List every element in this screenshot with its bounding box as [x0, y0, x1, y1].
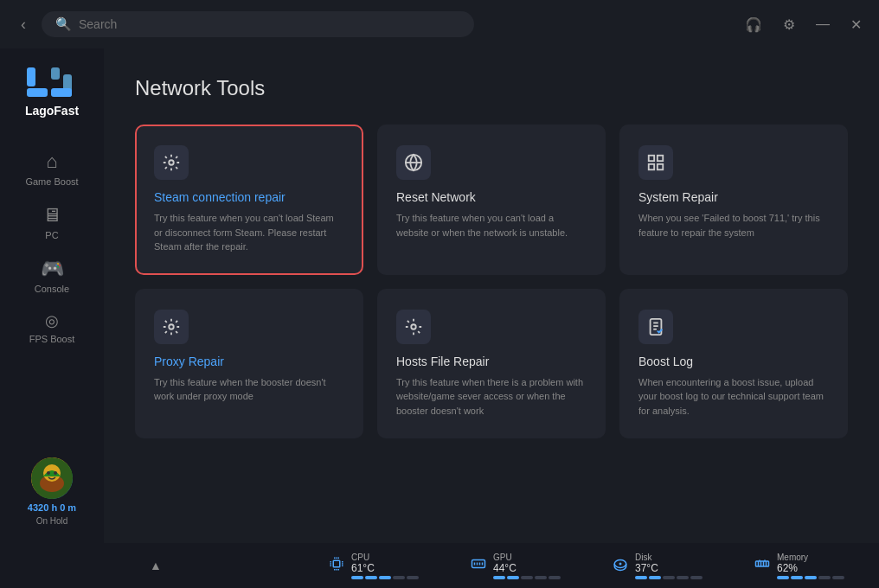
svg-point-9 [54, 471, 57, 475]
tool-card-proxy-repair[interactable]: Proxy Repair Try this feature when the b… [135, 289, 363, 439]
logo-text: LagoFast [25, 104, 79, 118]
titlebar: ‹ 🔍 🎧 ⚙ — ✕ [0, 0, 879, 48]
tool-card-desc: When encountering a boost issue, upload … [638, 375, 829, 419]
tool-card-title: Hosts File Repair [396, 355, 587, 368]
stat-memory: Memory 62% [754, 553, 844, 579]
game-boost-icon: ⌂ [46, 150, 57, 173]
search-icon: 🔍 [55, 16, 72, 32]
tool-card-title: Boost Log [638, 355, 829, 368]
page-title: Network Tools [135, 76, 848, 100]
tool-card-boost-log[interactable]: Boost Log When encountering a boost issu… [619, 289, 848, 439]
svg-point-17 [169, 324, 174, 329]
disk-bar [635, 576, 703, 579]
tool-grid: Steam connection repair Try this feature… [135, 125, 848, 438]
settings-icon[interactable]: ⚙ [780, 13, 799, 36]
disk-icon [613, 556, 628, 575]
stat-cpu: CPU 61°C [329, 553, 419, 579]
svg-rect-0 [27, 67, 35, 86]
tool-card-icon [638, 310, 673, 344]
memory-bar [777, 576, 844, 579]
console-icon: 🎮 [41, 258, 64, 280]
svg-point-18 [411, 324, 416, 329]
sidebar-item-label: Console [35, 284, 69, 294]
tool-card-icon [638, 145, 673, 180]
bottom-bar: ▲ CPU 61°C [0, 543, 879, 588]
tool-card-icon [154, 145, 189, 180]
sidebar-logo: LagoFast [18, 57, 86, 125]
pc-icon: 🖥 [42, 204, 61, 227]
sidebar-item-label: PC [45, 230, 58, 240]
cpu-value: 61°C [351, 562, 419, 574]
tool-card-hosts-file-repair[interactable]: Hosts File Repair Try this feature when … [377, 289, 606, 439]
headset-icon[interactable]: 🎧 [741, 13, 766, 36]
cpu-label: CPU [351, 553, 419, 562]
gpu-icon [471, 556, 486, 575]
sidebar-item-console[interactable]: 🎮 Console [0, 249, 104, 303]
user-time: 4320 h 0 m [28, 502, 76, 513]
search-bar[interactable]: 🔍 [42, 11, 474, 37]
search-input[interactable] [79, 17, 460, 31]
tool-card-icon [154, 310, 189, 344]
gpu-info: GPU 44°C [493, 553, 561, 579]
tool-card-desc: Try this feature when you can't load Ste… [154, 211, 344, 254]
tool-card-icon [396, 310, 431, 344]
disk-label: Disk [635, 553, 703, 562]
collapse-chevron[interactable]: ▲ [150, 559, 162, 572]
avatar[interactable] [31, 457, 73, 499]
disk-value: 37°C [635, 562, 703, 574]
main-layout: LagoFast ⌂ Game Boost 🖥 PC 🎮 Console ◎ F… [0, 48, 879, 543]
stat-gpu: GPU 44°C [471, 553, 561, 579]
sidebar-item-label: Game Boost [25, 176, 78, 187]
gpu-bar [493, 576, 561, 579]
cpu-icon [329, 556, 344, 575]
tool-card-title: Reset Network [396, 190, 587, 204]
memory-value: 62% [777, 562, 844, 574]
tool-card-reset-network[interactable]: Reset Network Try this feature when you … [377, 125, 606, 275]
gpu-value: 44°C [493, 562, 561, 574]
svg-rect-4 [51, 88, 72, 97]
tool-card-system-repair[interactable]: System Repair When you see 'Failed to bo… [619, 125, 848, 275]
tool-card-title: System Repair [638, 190, 829, 204]
sidebar-item-game-boost[interactable]: ⌂ Game Boost [0, 142, 104, 195]
tool-card-desc: Try this feature when there is a problem… [396, 375, 587, 419]
fps-icon: ◎ [45, 311, 59, 330]
titlebar-controls: 🎧 ⚙ — ✕ [741, 13, 865, 36]
svg-point-8 [47, 471, 50, 475]
svg-rect-13 [649, 156, 654, 161]
svg-rect-2 [51, 67, 60, 80]
minimize-button[interactable]: — [812, 13, 833, 35]
cpu-info: CPU 61°C [351, 553, 419, 579]
main-content: Network Tools Steam connection repair Tr… [104, 48, 879, 543]
sidebar-item-pc[interactable]: 🖥 PC [0, 195, 104, 249]
svg-rect-1 [27, 88, 48, 97]
svg-point-10 [169, 160, 174, 165]
tool-card-icon [396, 145, 431, 180]
close-button[interactable]: ✕ [847, 13, 865, 36]
tool-card-steam-connection-repair[interactable]: Steam connection repair Try this feature… [135, 125, 363, 275]
tool-card-desc: Try this feature when you can't load a w… [396, 211, 587, 240]
svg-rect-15 [658, 164, 663, 169]
tool-card-title: Steam connection repair [154, 190, 344, 204]
svg-rect-16 [649, 164, 654, 169]
sidebar-user: 4320 h 0 m On Hold [19, 449, 85, 534]
svg-point-30 [619, 563, 621, 565]
back-button[interactable]: ‹ [14, 12, 33, 37]
disk-info: Disk 37°C [635, 553, 703, 579]
user-status: On Hold [36, 516, 68, 526]
svg-rect-14 [658, 156, 663, 161]
stat-disk: Disk 37°C [613, 553, 703, 579]
sidebar-item-label: FPS Boost [29, 334, 75, 344]
sidebar: LagoFast ⌂ Game Boost 🖥 PC 🎮 Console ◎ F… [0, 48, 104, 543]
memory-icon [754, 556, 770, 575]
tool-card-title: Proxy Repair [154, 355, 344, 368]
gpu-label: GPU [493, 553, 561, 562]
memory-label: Memory [777, 553, 844, 562]
tool-card-desc: Try this feature when the booster doesn'… [154, 375, 344, 404]
memory-info: Memory 62% [777, 553, 844, 579]
sidebar-item-fps-boost[interactable]: ◎ FPS Boost [0, 303, 104, 353]
tool-card-desc: When you see 'Failed to boost 711,' try … [638, 211, 829, 240]
cpu-bar [351, 576, 419, 579]
svg-rect-23 [333, 560, 340, 567]
